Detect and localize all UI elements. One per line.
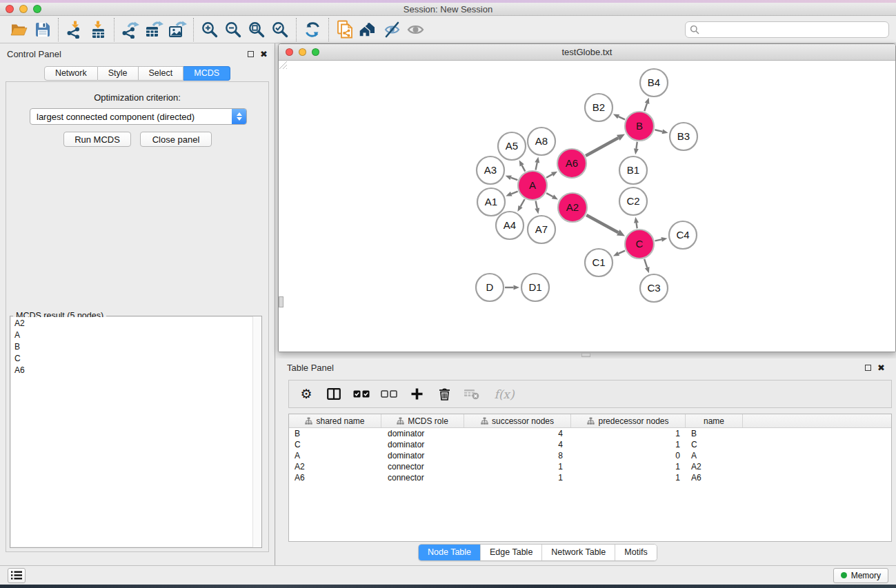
edge-B-B4[interactable] bbox=[644, 103, 647, 111]
delete-table-button[interactable] bbox=[463, 385, 481, 404]
memory-button[interactable]: Memory bbox=[833, 568, 888, 583]
tab-node-table[interactable]: Node Table bbox=[419, 545, 480, 560]
table-cell[interactable]: 1 bbox=[464, 473, 571, 483]
edge-C-C2[interactable] bbox=[637, 223, 637, 228]
tab-motifs[interactable]: Motifs bbox=[615, 545, 656, 560]
table-row[interactable]: A2connector11A2 bbox=[289, 461, 891, 472]
table-cell[interactable]: dominator bbox=[381, 429, 464, 438]
edge-A-A3[interactable] bbox=[511, 178, 518, 181]
table-cell[interactable]: B bbox=[289, 429, 381, 438]
table-cell[interactable]: dominator bbox=[381, 451, 464, 460]
float-table-panel-icon[interactable] bbox=[865, 365, 871, 371]
zoom-selected-button[interactable] bbox=[268, 19, 292, 41]
table-cell[interactable]: 0 bbox=[571, 451, 686, 460]
float-panel-icon[interactable] bbox=[248, 51, 254, 57]
table-cell[interactable]: A6 bbox=[686, 473, 743, 483]
table-cell[interactable]: A bbox=[686, 451, 743, 460]
export-network-button[interactable] bbox=[119, 19, 142, 41]
table-cell[interactable]: 1 bbox=[571, 462, 686, 472]
table-cell[interactable]: 1 bbox=[464, 462, 571, 472]
edge-B-B3[interactable] bbox=[655, 130, 662, 132]
show-graphics-details-button[interactable] bbox=[404, 19, 427, 41]
edge-B-B1[interactable] bbox=[636, 142, 637, 149]
deselect-all-button[interactable] bbox=[380, 385, 398, 404]
column-visibility-button[interactable] bbox=[325, 385, 343, 404]
tab-mcds[interactable]: MCDS bbox=[183, 66, 230, 81]
criterion-dropdown[interactable]: largest connected component (directed) bbox=[30, 108, 247, 125]
graph-node-A2[interactable]: A2 bbox=[558, 193, 587, 222]
tab-style[interactable]: Style bbox=[98, 66, 139, 81]
edge-A-A4[interactable] bbox=[521, 199, 525, 207]
edge-A-A7[interactable] bbox=[536, 201, 537, 209]
network-canvas[interactable]: B4B2BB3A8A5A6A3B1AA1C2A2A4A7C4CC1C3DD1 bbox=[279, 61, 895, 352]
table-row[interactable]: Cdominator41C bbox=[289, 439, 891, 450]
edge-C-C3[interactable] bbox=[644, 259, 647, 267]
edge-A-A1[interactable] bbox=[511, 192, 517, 194]
import-table-button[interactable] bbox=[86, 19, 110, 41]
zoom-out-button[interactable] bbox=[221, 19, 245, 41]
graph-node-A7[interactable]: A7 bbox=[528, 216, 555, 243]
apply-layout-button[interactable] bbox=[301, 19, 324, 41]
result-item[interactable]: A2 bbox=[11, 317, 261, 329]
graph-node-B2[interactable]: B2 bbox=[585, 94, 613, 121]
table-cell[interactable]: C bbox=[686, 440, 743, 449]
graph-node-B3[interactable]: B3 bbox=[670, 123, 697, 150]
graph-node-B[interactable]: B bbox=[625, 112, 654, 141]
table-row[interactable]: Bdominator41B bbox=[289, 428, 891, 439]
add-column-button[interactable] bbox=[408, 385, 426, 404]
graph-node-A[interactable]: A bbox=[518, 171, 547, 200]
result-item[interactable]: B bbox=[11, 341, 261, 352]
home-button[interactable] bbox=[357, 19, 380, 41]
edge-A2-C[interactable] bbox=[586, 215, 618, 232]
edge-A-A6[interactable] bbox=[546, 174, 552, 178]
table-cell[interactable]: 1 bbox=[571, 473, 686, 483]
graph-node-D1[interactable]: D1 bbox=[521, 274, 549, 301]
horizontal-scroll-thumb[interactable] bbox=[581, 353, 590, 357]
table-cell[interactable]: 1 bbox=[571, 440, 686, 449]
close-panel-button[interactable]: Close panel bbox=[140, 132, 212, 147]
export-table-button[interactable] bbox=[142, 19, 166, 41]
zoom-in-button[interactable] bbox=[198, 19, 221, 41]
graph-node-A3[interactable]: A3 bbox=[477, 156, 504, 184]
graph-node-C3[interactable]: C3 bbox=[640, 274, 668, 302]
edge-A-A5[interactable] bbox=[522, 165, 526, 172]
graph-node-C2[interactable]: C2 bbox=[619, 187, 647, 215]
column-header-predecessor-nodes[interactable]: predecessor nodes bbox=[571, 414, 686, 427]
network-window-titlebar[interactable]: testGlobe.txt bbox=[279, 44, 895, 61]
result-item[interactable]: A bbox=[11, 329, 261, 341]
import-network-button[interactable] bbox=[63, 19, 86, 41]
open-session-button[interactable] bbox=[7, 19, 30, 41]
graph-node-A1[interactable]: A1 bbox=[477, 188, 505, 216]
close-panel-icon[interactable]: ✖ bbox=[260, 50, 268, 59]
table-cell[interactable]: dominator bbox=[381, 440, 464, 449]
result-item[interactable]: C bbox=[11, 352, 261, 364]
close-table-panel-icon[interactable]: ✖ bbox=[877, 363, 885, 372]
graph-node-A4[interactable]: A4 bbox=[496, 212, 524, 239]
table-cell[interactable]: connector bbox=[381, 462, 464, 472]
edge-A6-B[interactable] bbox=[586, 138, 618, 156]
delete-column-button[interactable] bbox=[435, 385, 453, 404]
clone-network-button[interactable] bbox=[333, 19, 357, 41]
graph-node-D[interactable]: D bbox=[476, 274, 504, 301]
column-header-name[interactable]: name bbox=[686, 414, 743, 427]
table-settings-button[interactable]: ⚙ bbox=[297, 385, 315, 404]
run-mcds-button[interactable]: Run MCDS bbox=[63, 132, 131, 147]
table-row[interactable]: A6connector11A6 bbox=[289, 472, 891, 483]
graph-node-A8[interactable]: A8 bbox=[528, 128, 555, 155]
select-all-button[interactable] bbox=[352, 385, 370, 404]
tab-edge-table[interactable]: Edge Table bbox=[480, 545, 541, 560]
search-input[interactable] bbox=[685, 21, 889, 38]
graph-node-A5[interactable]: A5 bbox=[498, 132, 526, 160]
table-cell[interactable]: 4 bbox=[464, 429, 571, 438]
table-cell[interactable]: 8 bbox=[464, 451, 571, 460]
graph-node-A6[interactable]: A6 bbox=[557, 149, 586, 178]
column-header-shared-name[interactable]: shared name bbox=[289, 414, 381, 427]
edge-C-C4[interactable] bbox=[655, 239, 662, 241]
graph-node-C4[interactable]: C4 bbox=[669, 221, 697, 249]
resize-grip-icon[interactable] bbox=[279, 61, 288, 70]
function-builder-button[interactable]: f(x) bbox=[490, 385, 518, 404]
edge-C-C1[interactable] bbox=[619, 251, 625, 254]
table-cell[interactable]: B bbox=[686, 429, 743, 438]
network-graph[interactable]: B4B2BB3A8A5A6A3B1AA1C2A2A4A7C4CC1C3DD1 bbox=[279, 61, 895, 352]
export-image-button[interactable] bbox=[166, 19, 189, 41]
